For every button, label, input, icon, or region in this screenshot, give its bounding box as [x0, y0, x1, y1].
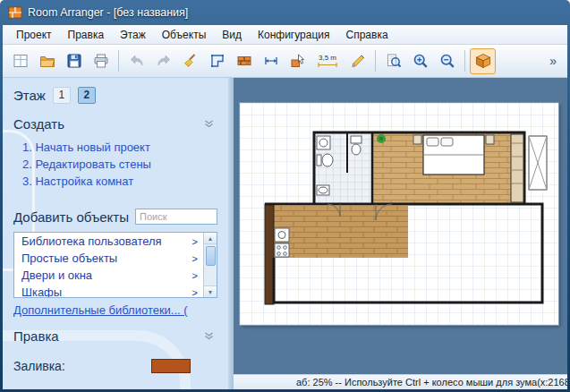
dimensions-button[interactable]: [258, 48, 284, 74]
collapse-chevron-icon[interactable]: [204, 117, 214, 131]
link-new-project[interactable]: 1. Начать новый проект: [22, 139, 217, 156]
fill-swatch[interactable]: [151, 359, 191, 373]
more-libraries-link[interactable]: Дополнительные библиотеки... (: [13, 303, 217, 317]
create-links: 1. Начать новый проект 2. Редактировать …: [13, 139, 217, 190]
title-bar[interactable]: Room Arranger - [без названия]: [0, 0, 570, 25]
content-area: Этаж 1 2 Создать 1. Начать новый проект …: [3, 78, 567, 389]
floor-tab-1[interactable]: 1: [53, 87, 71, 104]
scroll-down-icon[interactable]: ▼: [204, 285, 217, 297]
sidebar: Этаж 1 2 Создать 1. Начать новый проект …: [3, 78, 228, 389]
zoom-in-button[interactable]: [407, 48, 433, 74]
edit-section-title: Правка: [13, 328, 59, 344]
sweep-button[interactable]: [177, 48, 203, 74]
zoom-page-icon: [385, 52, 403, 70]
collapse-chevron-icon[interactable]: [204, 329, 214, 343]
new-project-button[interactable]: [7, 48, 33, 74]
link-room-settings[interactable]: 3. Настройка комнат: [22, 173, 217, 190]
status-bar: аб: 25% -- Используйте Ctrl + колесо мыш…: [234, 374, 567, 389]
fill-row: Заливка:: [13, 359, 217, 373]
create-section-title: Создать: [13, 116, 64, 132]
measure-button[interactable]: 3,5 m: [311, 48, 344, 74]
scroll-up-icon[interactable]: ▲: [204, 233, 217, 244]
create-section-header: Создать: [13, 116, 217, 132]
scrollbar-thumb[interactable]: [206, 246, 216, 266]
menu-view[interactable]: Вид: [214, 26, 250, 44]
window-title: Room Arranger - [без названия]: [28, 6, 188, 19]
cube-3d-icon: [474, 52, 492, 70]
floor-label: Этаж: [13, 88, 46, 103]
cursor-coordinates: (x:2168 y:1824cm): [537, 377, 567, 388]
app-window: Room Arranger - [без названия] Проект Пр…: [0, 0, 570, 392]
app-icon: [8, 5, 22, 20]
zoom-out-icon: [438, 52, 456, 70]
link-edit-walls[interactable]: 2. Редактировать стены: [22, 156, 217, 173]
pencil-icon: [349, 52, 367, 70]
edit-rooms-button[interactable]: [204, 48, 230, 74]
view-3d-button[interactable]: [470, 48, 496, 74]
print-button[interactable]: [88, 48, 114, 74]
chevron-right-icon: >: [192, 270, 198, 281]
menu-configuration[interactable]: Конфигурация: [250, 26, 338, 44]
measure-label: 3,5 m: [319, 54, 336, 62]
category-user-library[interactable]: Библиотека пользователя >: [14, 233, 203, 250]
floor-tab-2[interactable]: 2: [78, 87, 96, 104]
save-button[interactable]: [61, 48, 87, 74]
insert-object-button[interactable]: [285, 48, 311, 74]
zoom-out-button[interactable]: [434, 48, 460, 74]
toolbar: 3,5 m »: [3, 45, 567, 78]
new-plan-icon: [12, 52, 30, 70]
menu-edit[interactable]: Правка: [60, 26, 113, 44]
category-cabinets[interactable]: Шкафы >: [14, 284, 203, 297]
open-folder-icon: [38, 52, 56, 70]
room-outline-icon: [208, 52, 226, 70]
redo-button[interactable]: [150, 48, 176, 74]
menu-project[interactable]: Проект: [8, 26, 60, 44]
menu-help[interactable]: Справка: [338, 26, 396, 44]
toolbar-separator: [375, 50, 376, 72]
open-button[interactable]: [34, 48, 60, 74]
floor-plan-sheet[interactable]: [240, 103, 558, 325]
chevron-right-icon: >: [192, 253, 198, 264]
pencil-button[interactable]: [345, 48, 370, 74]
brick-wall-icon: [235, 52, 253, 70]
category-simple-objects[interactable]: Простые объекты >: [14, 250, 203, 267]
broom-icon: [182, 52, 200, 70]
chevron-right-icon: >: [192, 236, 198, 247]
measure-tape-icon: [318, 62, 337, 68]
list-scrollbar[interactable]: ▲ ▼: [203, 233, 217, 297]
zoom-in-icon: [412, 52, 430, 70]
floor-selector: Этаж 1 2: [13, 85, 217, 105]
toolbar-separator: [464, 50, 465, 72]
undo-button[interactable]: [123, 48, 149, 74]
status-message: аб: 25% -- Используйте Ctrl + колесо мыш…: [296, 377, 537, 388]
search-input[interactable]: [135, 209, 217, 225]
fill-label: Заливка:: [13, 359, 65, 373]
add-objects-title: Добавить объекты: [13, 209, 129, 225]
walls-button[interactable]: [231, 48, 257, 74]
canvas-area[interactable]: [234, 78, 567, 374]
dimensions-icon: [262, 52, 280, 70]
print-icon: [92, 52, 110, 70]
object-cursor-icon: [289, 52, 307, 70]
zoom-fit-button[interactable]: [380, 48, 406, 74]
chevron-right-icon: >: [192, 287, 198, 298]
floor-plan: [240, 103, 558, 325]
window-body: Проект Правка Этаж Объекты Вид Конфигура…: [3, 25, 567, 389]
edit-section-header: Правка: [13, 328, 217, 344]
toolbar-separator: [118, 50, 119, 72]
menu-bar: Проект Правка Этаж Объекты Вид Конфигура…: [3, 25, 567, 45]
redo-icon: [155, 52, 173, 70]
save-icon: [65, 52, 83, 70]
undo-icon: [128, 52, 146, 70]
menu-objects[interactable]: Объекты: [154, 26, 215, 44]
canvas-column: аб: 25% -- Используйте Ctrl + колесо мыш…: [234, 78, 567, 389]
toolbar-overflow-chevron[interactable]: »: [543, 52, 563, 70]
add-objects-header: Добавить объекты: [13, 209, 217, 225]
menu-floor[interactable]: Этаж: [112, 26, 154, 44]
object-category-list: Библиотека пользователя > Простые объект…: [13, 232, 217, 298]
category-doors-windows[interactable]: Двери и окна >: [14, 267, 203, 284]
